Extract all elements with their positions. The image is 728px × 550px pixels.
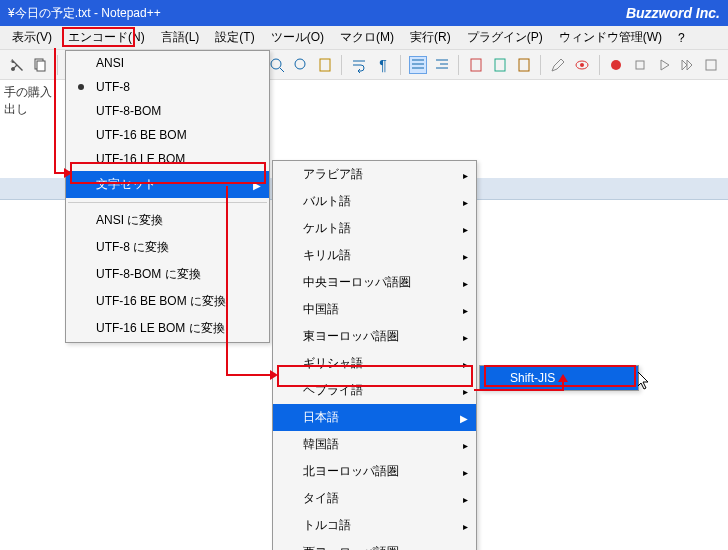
eye-icon[interactable] [573, 56, 591, 74]
lang-arabic[interactable]: アラビア語▸ [273, 161, 476, 188]
svg-rect-6 [495, 59, 505, 71]
menu-bar: 表示(V) エンコード(N) 言語(L) 設定(T) ツール(O) マクロ(M)… [0, 26, 728, 50]
menu-help[interactable]: ? [670, 28, 693, 48]
cut-icon[interactable] [8, 56, 26, 74]
toolbar-separator [400, 55, 401, 75]
lang-chinese[interactable]: 中国語▸ [273, 296, 476, 323]
encoding-menu: ANSI UTF-8 UTF-8-BOM UTF-16 BE BOM UTF-1… [65, 50, 270, 343]
arrow-line [226, 186, 228, 376]
arrow-head-icon [270, 370, 278, 380]
lang-easteu[interactable]: 東ヨーロッパ語圏▸ [273, 323, 476, 350]
encoding-utf16le[interactable]: UTF-16 LE BOM [66, 147, 269, 171]
svg-rect-7 [519, 59, 529, 71]
svg-rect-1 [37, 61, 45, 71]
menu-separator [68, 202, 267, 203]
fastforward-icon[interactable] [679, 56, 697, 74]
convert-ansi[interactable]: ANSI に変換 [66, 207, 269, 234]
lang-northeu[interactable]: 北ヨーロッパ語圏▸ [273, 458, 476, 485]
title-bar: ¥今日の予定.txt - Notepad++ Buzzword Inc. [0, 0, 728, 26]
toolbar-separator [458, 55, 459, 75]
charset-language-menu: アラビア語▸ バルト語▸ ケルト語▸ キリル語▸ 中央ヨーロッパ語圏▸ 中国語▸… [272, 160, 477, 550]
menu-language[interactable]: 言語(L) [153, 26, 208, 49]
convert-utf16le[interactable]: UTF-16 LE BOM に変換 [66, 315, 269, 342]
svg-rect-4 [320, 59, 330, 71]
chevron-right-icon: ▶ [460, 412, 468, 423]
encoding-utf8[interactable]: UTF-8 [66, 75, 269, 99]
menu-window[interactable]: ウィンドウ管理(W) [551, 26, 670, 49]
lang-turkish[interactable]: トルコ語▸ [273, 512, 476, 539]
lang-greek[interactable]: ギリシャ語▸ [273, 350, 476, 377]
doc-a-icon[interactable] [467, 56, 485, 74]
stop-icon[interactable] [631, 56, 649, 74]
lang-westeu[interactable]: 西ヨーロッパ語圏▸ [273, 539, 476, 550]
toolbar-separator [540, 55, 541, 75]
pilcrow-icon[interactable]: ¶ [374, 56, 392, 74]
arrow-head-icon [558, 374, 568, 382]
wordwrap-icon[interactable] [350, 56, 368, 74]
page-icon[interactable] [316, 56, 334, 74]
record-icon[interactable] [608, 56, 626, 74]
doc-b-icon[interactable] [491, 56, 509, 74]
lang-korean[interactable]: 韓国語▸ [273, 431, 476, 458]
convert-utf8[interactable]: UTF-8 に変換 [66, 234, 269, 261]
copy-icon[interactable] [32, 56, 50, 74]
outdent-icon[interactable] [433, 56, 451, 74]
lang-cyrillic[interactable]: キリル語▸ [273, 242, 476, 269]
lang-baltic[interactable]: バルト語▸ [273, 188, 476, 215]
menu-tools[interactable]: ツール(O) [263, 26, 332, 49]
mouse-cursor-icon [638, 372, 652, 390]
indent-icon[interactable] [409, 56, 427, 74]
svg-rect-11 [636, 61, 644, 69]
doc-c-icon[interactable] [515, 56, 533, 74]
svg-point-10 [611, 60, 621, 70]
encoding-ansi[interactable]: ANSI [66, 51, 269, 75]
toolbar-separator [57, 55, 58, 75]
zoom-in-icon[interactable] [269, 56, 287, 74]
toolbar-separator [599, 55, 600, 75]
arrow-line [474, 389, 564, 391]
lang-thai[interactable]: タイ語▸ [273, 485, 476, 512]
charset-submenu[interactable]: 文字セット▶ [66, 171, 269, 198]
brand-label: Buzzword Inc. [626, 5, 720, 21]
menu-run[interactable]: 実行(R) [402, 26, 459, 49]
window-title: ¥今日の予定.txt - Notepad++ [8, 5, 626, 22]
lang-hebrew[interactable]: ヘブライ語▸ [273, 377, 476, 404]
menu-encoding[interactable]: エンコード(N) [60, 26, 153, 49]
svg-point-3 [295, 59, 305, 69]
menu-macro[interactable]: マクロ(M) [332, 26, 402, 49]
svg-rect-5 [471, 59, 481, 71]
menu-view[interactable]: 表示(V) [4, 26, 60, 49]
menu-settings[interactable]: 設定(T) [207, 26, 262, 49]
convert-utf8bom[interactable]: UTF-8-BOM に変換 [66, 261, 269, 288]
pencil-icon[interactable] [549, 56, 567, 74]
zoom-out-icon[interactable] [292, 56, 310, 74]
lang-japanese[interactable]: 日本語▶ [273, 404, 476, 431]
svg-point-2 [271, 59, 281, 69]
lang-centraleu[interactable]: 中央ヨーロッパ語圏▸ [273, 269, 476, 296]
save-macro-icon[interactable] [702, 56, 720, 74]
chevron-right-icon: ▶ [253, 179, 261, 190]
svg-point-9 [580, 63, 584, 67]
svg-rect-12 [706, 60, 716, 70]
arrow-head-icon [64, 168, 72, 178]
encoding-utf16be[interactable]: UTF-16 BE BOM [66, 123, 269, 147]
arrow-line [226, 374, 274, 376]
arrow-line [54, 48, 56, 174]
menu-plugins[interactable]: プラグイン(P) [459, 26, 551, 49]
lang-celtic[interactable]: ケルト語▸ [273, 215, 476, 242]
encoding-utf8bom[interactable]: UTF-8-BOM [66, 99, 269, 123]
convert-utf16be[interactable]: UTF-16 BE BOM に変換 [66, 288, 269, 315]
play-icon[interactable] [655, 56, 673, 74]
toolbar-separator [341, 55, 342, 75]
